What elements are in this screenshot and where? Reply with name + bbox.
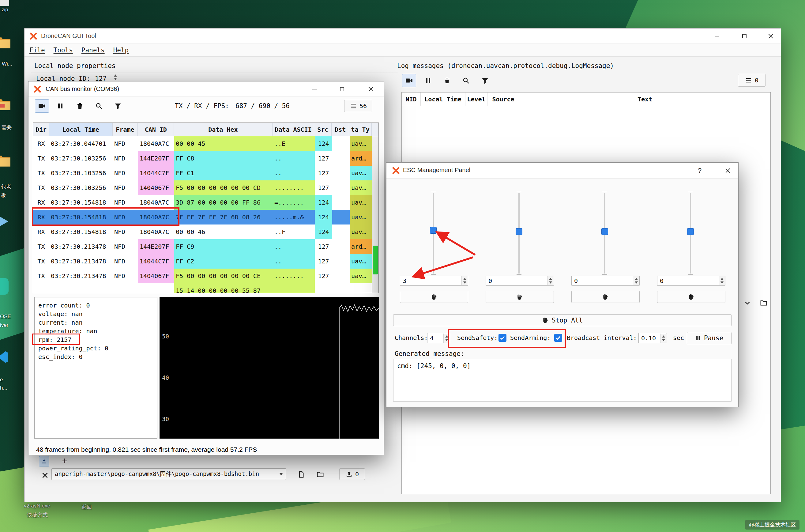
vscode-icon[interactable]	[0, 351, 9, 364]
column-header-src[interactable]: Src	[314, 123, 332, 136]
column-header-can-id[interactable]: CAN ID	[138, 123, 174, 136]
throttle-spinbox[interactable]: 3	[400, 276, 468, 286]
menu-tools[interactable]: Tools	[54, 46, 73, 54]
pause-button[interactable]	[421, 74, 435, 87]
column-header-data-ascii[interactable]: Data ASCII	[272, 123, 314, 136]
combo-dropdown[interactable]	[276, 469, 286, 480]
spin-stepper[interactable]	[547, 276, 553, 285]
record-button[interactable]	[35, 99, 49, 113]
column-header-nid[interactable]: NID	[402, 93, 421, 106]
close-button[interactable]	[721, 163, 735, 178]
slider-handle[interactable]	[516, 228, 522, 235]
column-header-frame[interactable]: Frame	[113, 123, 138, 136]
help-button[interactable]: ?	[693, 163, 707, 178]
zip-file-icon[interactable]	[0, 0, 9, 6]
desktop-icon-label[interactable]: v2rayN.exe	[24, 503, 50, 509]
desktop-icon-label[interactable]: 包老	[1, 183, 11, 190]
open-file-button[interactable]	[315, 469, 326, 480]
spin-stepper[interactable]	[660, 334, 666, 343]
clear-button[interactable]	[73, 99, 87, 113]
upload-button[interactable]: 0	[339, 468, 365, 480]
table-row[interactable]: TX03:27:30.103256NFD144E207FFF C8..127ar…	[33, 151, 372, 166]
column-header-local-time[interactable]: Local Time	[49, 123, 113, 136]
v2rayn-icon[interactable]	[0, 214, 11, 228]
desktop-icon-label[interactable]: iver	[0, 322, 8, 328]
spin-stepper[interactable]	[718, 276, 725, 285]
maximize-button[interactable]	[335, 81, 349, 97]
folder-icon[interactable]	[0, 154, 11, 168]
column-header-local-time[interactable]: Local Time	[421, 93, 465, 106]
table-row[interactable]: TX03:27:30.103256NFD1404067FF5 00 00 00 …	[33, 180, 372, 195]
app-icon[interactable]	[0, 278, 8, 294]
spin-stepper[interactable]	[633, 276, 639, 285]
minimize-button[interactable]	[307, 81, 322, 97]
pause-button[interactable]	[53, 99, 68, 113]
search-button[interactable]	[459, 74, 473, 87]
desktop-icon-label[interactable]: 返回	[81, 504, 92, 511]
broadcast-interval-spinbox[interactable]: 0.10	[638, 333, 667, 343]
folder-icon[interactable]	[0, 98, 11, 111]
stop-channel-button[interactable]	[400, 291, 468, 303]
scrollbar-thumb[interactable]	[372, 246, 378, 274]
stop-channel-button[interactable]	[657, 291, 725, 303]
frame-count-button[interactable]: 56	[344, 100, 372, 112]
browse-button[interactable]	[758, 298, 769, 307]
close-button[interactable]	[364, 81, 378, 97]
table-row[interactable]: RX03:27:30.154818NFD18040A7C00 00 46..F1…	[33, 225, 372, 239]
vertical-scrollbar[interactable]	[372, 136, 379, 293]
add-button[interactable]: +	[59, 455, 70, 467]
column-header-data-type[interactable]: ta Ty	[349, 123, 372, 136]
desktop-icon-label[interactable]: 需要	[1, 124, 12, 131]
firmware-path-combobox[interactable]: anperiph-master\pogo-canpwmx8\固件\pogo-ca…	[52, 468, 286, 480]
autoscroll-button[interactable]	[39, 456, 49, 467]
slider-handle[interactable]	[430, 227, 437, 234]
desktop-icon-label[interactable]: zip	[2, 7, 8, 13]
dropdown-button[interactable]	[742, 298, 753, 307]
titlebar[interactable]: CAN bus monitor (COM36)	[28, 81, 384, 97]
column-header-level[interactable]: Level	[465, 93, 487, 106]
column-header-data-hex[interactable]: Data Hex	[174, 123, 272, 136]
throttle-spinbox[interactable]: 0	[657, 276, 725, 286]
desktop-icon-label[interactable]: h...	[0, 385, 7, 391]
table-row[interactable]: RX03:27:30.044701NFD18040A7C00 00 45..E1…	[33, 136, 372, 151]
local-node-id-stepper[interactable]	[114, 74, 117, 80]
stop-all-button[interactable]: Stop All	[393, 314, 731, 326]
stop-channel-button[interactable]	[571, 291, 640, 303]
titlebar[interactable]: DroneCAN GUI Tool	[24, 28, 781, 44]
new-file-button[interactable]	[296, 469, 307, 480]
stop-channel-button[interactable]	[486, 291, 554, 303]
log-row-count-button[interactable]: 0	[738, 74, 766, 87]
menu-file[interactable]: File	[30, 46, 45, 54]
record-button[interactable]	[402, 74, 416, 87]
titlebar[interactable]: ESC Management Panel ?	[386, 163, 738, 178]
slider-handle[interactable]	[601, 228, 608, 235]
desktop-icon-label[interactable]: OSE	[0, 314, 11, 320]
spin-stepper[interactable]	[461, 276, 467, 285]
menu-panels[interactable]: Panels	[81, 46, 105, 54]
channels-spinbox[interactable]: 4	[427, 333, 450, 343]
table-row[interactable]: TX03:27:30.213478NFD144E207FFF C9..127ar…	[33, 239, 372, 254]
throttle-spinbox[interactable]: 0	[486, 276, 554, 286]
maximize-button[interactable]	[737, 28, 751, 44]
close-button[interactable]	[764, 28, 778, 44]
column-header-source[interactable]: Source	[487, 93, 519, 106]
column-header-dst[interactable]: Dst	[332, 123, 349, 136]
minimize-button[interactable]	[710, 28, 724, 44]
table-row[interactable]: TX03:27:30.213478NFD1404067FF5 00 00 00 …	[33, 269, 372, 283]
folder-icon[interactable]	[0, 36, 11, 49]
menu-help[interactable]: Help	[113, 46, 129, 54]
slider-handle[interactable]	[687, 228, 694, 235]
column-header-dir[interactable]: Dir	[33, 123, 49, 136]
clear-button[interactable]	[440, 74, 454, 87]
column-header-text[interactable]: Text	[519, 93, 770, 106]
search-button[interactable]	[92, 99, 106, 113]
table-row[interactable]: 15 14 00 00 00 00 55 87	[33, 283, 372, 293]
desktop-icon-label[interactable]: e	[0, 377, 3, 383]
clear-path-button[interactable]	[40, 470, 50, 480]
filter-button[interactable]	[111, 99, 125, 113]
pause-broadcast-button[interactable]: Pause	[687, 332, 731, 344]
desktop-icon-label[interactable]: 板	[1, 192, 6, 199]
table-row[interactable]: TX03:27:30.103256NFD14044C7FFF C1..127ua…	[33, 166, 372, 180]
filter-button[interactable]	[478, 74, 492, 87]
desktop-icon-label[interactable]: Wi...	[2, 61, 12, 67]
